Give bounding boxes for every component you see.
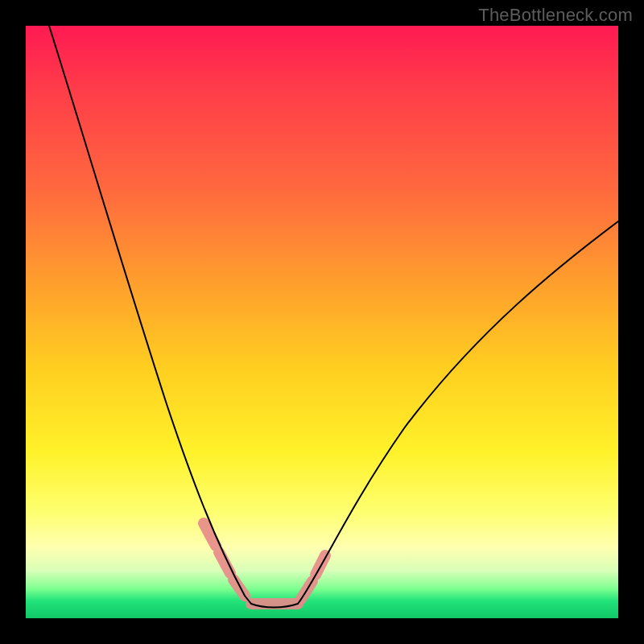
right-curve [298, 221, 618, 604]
outer-frame: TheBottleneck.com [0, 0, 644, 644]
watermark-text: TheBottleneck.com [478, 5, 633, 26]
left-curve [49, 26, 251, 604]
plot-area [26, 26, 618, 618]
curves-svg [26, 26, 618, 618]
